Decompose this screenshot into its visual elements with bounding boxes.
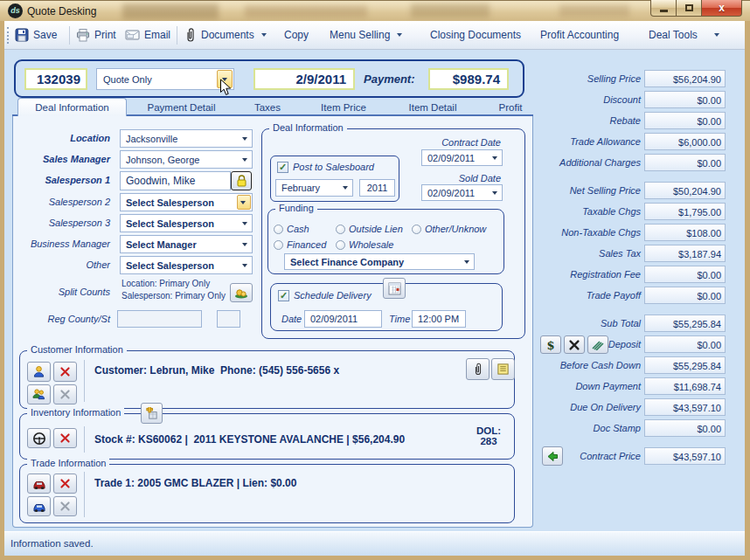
add-inventory-button[interactable]: [141, 403, 163, 424]
deal-number-field[interactable]: 132039: [24, 68, 87, 90]
wholesale-label: Wholesale: [349, 239, 393, 250]
schedule-delivery-checkbox[interactable]: ✓: [278, 290, 289, 301]
customer-lookup-button[interactable]: [27, 362, 51, 382]
remove-trade1-button[interactable]: [53, 474, 77, 494]
pricing-value[interactable]: $1,795.00: [644, 203, 726, 220]
tab-item-detail[interactable]: Item Detail: [398, 98, 468, 116]
coins-icon: [234, 287, 248, 299]
pricing-value[interactable]: $0.00: [644, 266, 726, 283]
tab-deal-information[interactable]: Deal Information: [17, 98, 127, 116]
pricing-value[interactable]: $55,295.84: [644, 356, 726, 374]
pricing-row: Selling Price$56,204.90: [535, 70, 740, 87]
cobuyer-button[interactable]: [27, 384, 51, 404]
salesperson1-field[interactable]: Goodwin, Mike: [120, 171, 231, 190]
copy-button[interactable]: Copy: [284, 24, 309, 45]
salesperson2-select[interactable]: Select Salesperson: [120, 193, 253, 211]
tab-item-price[interactable]: Item Price: [310, 98, 377, 116]
status-bar: Information saved.: [4, 531, 745, 556]
pricing-value[interactable]: $56,204.90: [644, 70, 726, 87]
remove-vehicle-button[interactable]: [53, 428, 77, 448]
toolbar-grip[interactable]: [7, 27, 10, 44]
salesboard-year-field[interactable]: 2011: [359, 179, 395, 197]
pricing-value[interactable]: $55,295.84: [644, 315, 726, 332]
pricing-value[interactable]: $0.00: [644, 154, 726, 171]
outside-lien-radio[interactable]: [336, 225, 345, 234]
pricing-value[interactable]: $6,000.00: [644, 133, 726, 150]
dropdown-arrow-icon: [240, 201, 246, 204]
cash-radio[interactable]: [274, 225, 283, 234]
trade1-button[interactable]: [27, 474, 51, 494]
pricing-row: Trade Allowance$6,000.00: [535, 133, 740, 150]
documents-button[interactable]: Documents: [184, 24, 267, 45]
dropdown-arrow-icon: [242, 264, 247, 267]
delivery-date-field[interactable]: 02/09/2011: [304, 310, 382, 328]
pricing-value[interactable]: $0.00: [644, 335, 726, 353]
pricing-value[interactable]: $0.00: [644, 91, 726, 108]
minimize-button[interactable]: [650, 0, 677, 17]
tab-taxes[interactable]: Taxes: [246, 98, 289, 116]
deal-type-select[interactable]: Quote Only: [96, 68, 234, 90]
post-to-salesboard-checkbox[interactable]: ✓: [277, 162, 288, 173]
deposit-payment-button[interactable]: $: [540, 335, 561, 354]
copy-label: Copy: [284, 29, 309, 41]
salesboard-month-select[interactable]: February: [275, 179, 353, 197]
dropdown-arrow-icon: [492, 191, 497, 195]
reg-state-field[interactable]: [217, 310, 240, 328]
reg-county-field[interactable]: [117, 310, 202, 328]
remove-customer-button[interactable]: [53, 362, 77, 382]
deposit-receipt-button[interactable]: [587, 335, 608, 354]
pricing-value[interactable]: $108.00: [644, 224, 726, 241]
pricing-value[interactable]: $0.00: [644, 419, 726, 437]
salesperson3-select[interactable]: Select Salesperson: [120, 214, 253, 232]
deposit-delete-button[interactable]: [564, 335, 585, 354]
menu-selling-button[interactable]: Menu Selling: [330, 24, 402, 45]
delivery-calendar-button[interactable]: [383, 278, 406, 299]
pricing-value[interactable]: $0.00: [644, 287, 726, 304]
delete-x-icon: [59, 366, 71, 377]
pricing-value[interactable]: $50,204.90: [644, 182, 726, 199]
payment-field[interactable]: $989.74: [428, 68, 509, 90]
deal-date-field[interactable]: 2/9/2011: [253, 68, 355, 90]
email-button[interactable]: Email: [125, 24, 170, 45]
location-select[interactable]: Jacksonville: [120, 129, 253, 148]
pricing-label: Contract Price: [580, 451, 641, 461]
customer-attachments-button[interactable]: [466, 358, 490, 380]
other-select[interactable]: Select Salesperson: [120, 256, 253, 274]
maximize-button[interactable]: [677, 0, 702, 17]
trade2-button[interactable]: [27, 496, 51, 516]
contract-price-button[interactable]: [542, 446, 563, 466]
remove-trade2-button[interactable]: [53, 496, 77, 516]
tab-profit[interactable]: Profit: [490, 98, 531, 116]
pricing-value[interactable]: $11,698.74: [644, 377, 726, 395]
print-button[interactable]: Print: [76, 24, 116, 45]
pricing-value[interactable]: $0.00: [644, 112, 726, 129]
pricing-row: Down Payment$11,698.74: [535, 377, 740, 395]
pricing-value[interactable]: $3,187.94: [644, 245, 726, 262]
salesperson1-lock-button[interactable]: [231, 171, 252, 190]
sales-manager-select[interactable]: Johnson, George: [120, 150, 253, 169]
close-button[interactable]: x: [702, 0, 742, 17]
other-unknow-radio[interactable]: [412, 225, 421, 234]
delivery-time-field[interactable]: 12:00 PM: [412, 310, 466, 328]
pricing-value[interactable]: $43,597.10: [644, 398, 726, 416]
sold-date-select[interactable]: 02/09/2011: [421, 184, 503, 201]
vehicle-button[interactable]: [27, 428, 51, 448]
salesperson2-dropdown-button[interactable]: [237, 195, 251, 210]
inventory-information-group: Inventory Information Stock #: KS60062 |…: [19, 413, 515, 460]
pricing-value[interactable]: $43,597.10: [644, 447, 726, 465]
closing-documents-button[interactable]: Closing Documents: [430, 24, 521, 45]
title-bar: ds Quote Desking: [0, 0, 750, 21]
tab-payment-detail[interactable]: Payment Detail: [140, 98, 223, 116]
financed-radio[interactable]: [274, 240, 283, 250]
profit-accounting-button[interactable]: Profit Accounting: [540, 24, 619, 45]
finance-company-select[interactable]: Select Finance Company: [284, 253, 475, 270]
customer-notes-button[interactable]: [491, 358, 515, 380]
contract-date-select[interactable]: 02/09/2011: [421, 149, 503, 166]
business-manager-select[interactable]: Select Manager: [120, 235, 253, 253]
split-counts-button[interactable]: [230, 283, 253, 302]
pricing-label: Due On Delivery: [570, 402, 641, 412]
remove-cobuyer-button[interactable]: [53, 384, 77, 404]
save-button[interactable]: Save: [15, 24, 57, 45]
wholesale-radio[interactable]: [336, 240, 345, 250]
deal-tools-button[interactable]: Deal Tools: [649, 24, 719, 45]
